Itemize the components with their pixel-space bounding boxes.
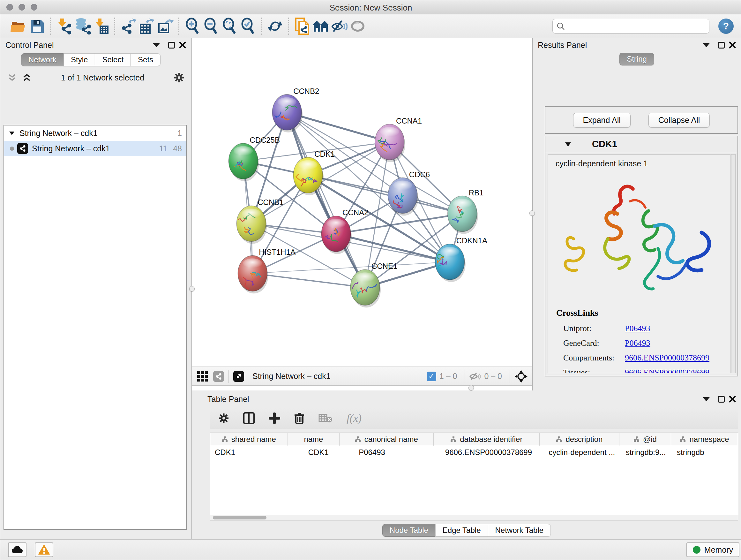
- export-table-button[interactable]: [138, 17, 156, 36]
- table-gear-icon[interactable]: [218, 413, 229, 424]
- function-builder-icon[interactable]: f(x): [347, 412, 361, 424]
- column-header-id[interactable]: @id: [619, 433, 671, 446]
- cell-id[interactable]: stringdb:9...: [619, 446, 671, 460]
- apply-layout-button[interactable]: [266, 17, 284, 36]
- refresh-layout-icon: [267, 18, 283, 34]
- network-statusbar: String Network – cdk1 ✓ 1 – 0 0 – 0: [192, 367, 532, 386]
- import-table-button[interactable]: [92, 17, 111, 36]
- tab-network[interactable]: Network: [21, 53, 64, 66]
- panel-close-icon[interactable]: [729, 41, 736, 49]
- crosshair-icon[interactable]: [515, 370, 528, 383]
- toolbar-separator: [261, 17, 262, 35]
- panel-menu-icon[interactable]: [703, 397, 710, 401]
- column-header-database-identifier[interactable]: database identifier: [434, 433, 540, 446]
- cell-database-identifier[interactable]: 9606.ENSP00000378699: [434, 446, 540, 460]
- clone-network-button[interactable]: [293, 17, 312, 36]
- zoom-out-button[interactable]: [202, 17, 220, 36]
- import-network-button[interactable]: [55, 17, 73, 36]
- expand-all-button[interactable]: Expand All: [573, 113, 630, 128]
- gear-icon[interactable]: [174, 72, 185, 83]
- table-row[interactable]: CDK1 CDK1 P06493 9606.ENSP00000378699 cy…: [210, 446, 738, 460]
- table-hscrollbar-thumb[interactable]: [213, 516, 266, 519]
- genecard-link[interactable]: P06493: [625, 336, 650, 351]
- bottom-splitter-grip[interactable]: [468, 385, 474, 390]
- grid-icon[interactable]: [197, 370, 209, 382]
- open-session-button[interactable]: [9, 17, 28, 36]
- open-in-new-window-icon[interactable]: [233, 371, 244, 382]
- hide-selected-button[interactable]: [330, 17, 348, 36]
- hidden-eye-icon[interactable]: [469, 372, 481, 381]
- panel-close-icon[interactable]: [179, 41, 186, 49]
- help-button[interactable]: ?: [718, 18, 734, 34]
- search-box[interactable]: [552, 19, 710, 34]
- protein-description: cyclin-dependent kinase 1: [548, 154, 730, 168]
- tab-sets[interactable]: Sets: [131, 53, 160, 66]
- save-session-button[interactable]: [28, 17, 46, 36]
- tab-network-table[interactable]: Network Table: [488, 524, 551, 537]
- panel-menu-icon[interactable]: [153, 43, 160, 47]
- database-import-icon: [74, 18, 91, 35]
- network-row-selected[interactable]: String Network – cdk1 11 48: [4, 141, 186, 156]
- cell-name[interactable]: CDK1: [288, 446, 340, 460]
- expand-all-icon[interactable]: [22, 73, 31, 82]
- right-splitter-grip[interactable]: [529, 210, 535, 216]
- table-panel: Table Panel: [192, 390, 741, 539]
- column-header-namespace[interactable]: namespace: [671, 433, 738, 446]
- column-header-canonical-name[interactable]: canonical name: [340, 433, 434, 446]
- tab-select[interactable]: Select: [95, 53, 131, 66]
- memory-button[interactable]: Memory: [686, 543, 739, 557]
- panel-float-icon[interactable]: [718, 42, 725, 49]
- network-collection-row[interactable]: String Network – cdk1 1: [4, 125, 186, 141]
- column-header-description[interactable]: description: [540, 433, 619, 446]
- tab-string[interactable]: String: [619, 53, 654, 65]
- left-splitter-grip[interactable]: [189, 286, 195, 292]
- panel-float-icon[interactable]: [718, 396, 725, 402]
- tree-expand-icon[interactable]: [9, 131, 15, 136]
- export-network-button[interactable]: [119, 17, 138, 36]
- panel-close-icon[interactable]: [729, 395, 736, 403]
- panel-menu-icon[interactable]: [703, 43, 710, 47]
- network-canvas[interactable]: CCNB2CCNA1CDC25BCDK1CDC6RB1CCNB1CCNA2CDK…: [192, 38, 532, 367]
- cell-namespace[interactable]: stringdb: [671, 446, 738, 460]
- table-hscrollbar[interactable]: [210, 515, 738, 521]
- warnings-button[interactable]: [35, 543, 53, 557]
- import-network-database-button[interactable]: [73, 17, 92, 36]
- collapse-all-button[interactable]: Collapse All: [649, 113, 710, 128]
- cell-canonical-name[interactable]: P06493: [340, 446, 434, 460]
- panel-float-icon[interactable]: [168, 42, 175, 49]
- collapse-all-icon[interactable]: [7, 73, 17, 82]
- show-all-button[interactable]: [348, 17, 367, 36]
- tab-edge-table[interactable]: Edge Table: [435, 524, 488, 537]
- network-share-icon[interactable]: [213, 371, 224, 382]
- results-scrollbar[interactable]: [731, 154, 736, 373]
- zoom-in-button[interactable]: [183, 17, 202, 36]
- tab-style[interactable]: Style: [64, 53, 95, 66]
- column-type-icon: [450, 436, 457, 442]
- first-neighbors-button[interactable]: [312, 17, 330, 36]
- uniprot-link[interactable]: P06493: [625, 321, 650, 336]
- tissues-link[interactable]: 9606.ENSP00000378699: [625, 365, 710, 373]
- compartments-link[interactable]: 9606.ENSP00000378699: [625, 351, 710, 365]
- node-table[interactable]: shared name name canonical name database…: [210, 433, 738, 515]
- export-image-button[interactable]: [156, 17, 175, 36]
- cell-shared-name[interactable]: CDK1: [210, 446, 288, 460]
- search-input[interactable]: [567, 22, 705, 30]
- columns-icon[interactable]: [243, 412, 255, 424]
- tab-node-table[interactable]: Node Table: [382, 524, 435, 537]
- export-network-icon: [120, 18, 137, 35]
- protein-section-header[interactable]: CDK1: [545, 136, 738, 152]
- results-actions: Expand All Collapse All: [545, 106, 738, 134]
- column-header-shared-name[interactable]: shared name: [210, 433, 288, 446]
- selected-checkbox-icon[interactable]: ✓: [427, 372, 436, 381]
- add-icon[interactable]: [269, 413, 280, 424]
- section-collapse-icon[interactable]: [564, 141, 571, 147]
- trash-icon[interactable]: [294, 412, 305, 424]
- delete-table-icon[interactable]: [319, 413, 333, 423]
- titlebar: Session: New Session: [0, 0, 741, 14]
- zoom-fit-button[interactable]: [220, 17, 239, 36]
- column-header-name[interactable]: name: [288, 433, 340, 446]
- control-panel-tabs: Network Style Select Sets: [0, 53, 192, 66]
- zoom-selected-button[interactable]: [239, 17, 257, 36]
- cell-description[interactable]: cyclin-dependent ...: [540, 446, 619, 460]
- cloud-button[interactable]: [8, 543, 26, 557]
